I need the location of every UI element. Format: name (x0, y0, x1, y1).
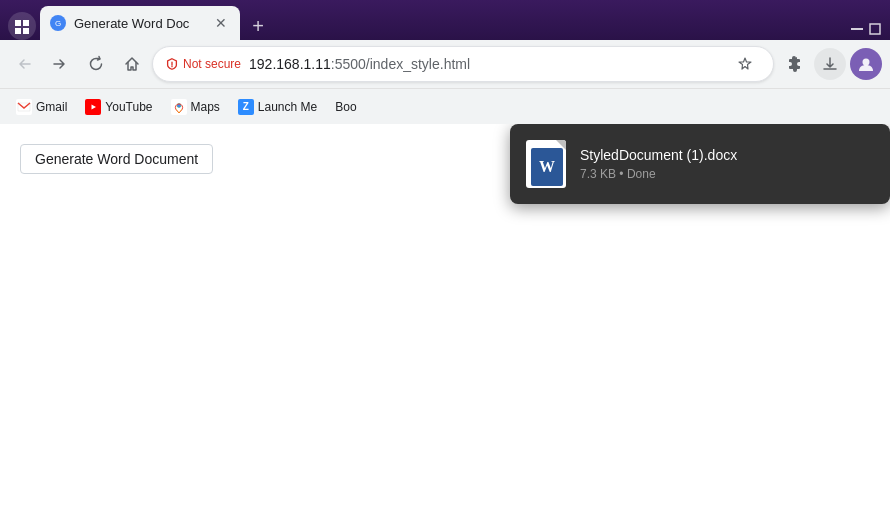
bookmark-maps[interactable]: Maps (163, 95, 228, 119)
tab-title: Generate Word Doc (74, 16, 204, 31)
page-content: Generate Word Document W StyledDocument … (0, 124, 890, 525)
downloads-button[interactable] (814, 48, 846, 80)
back-button[interactable] (8, 48, 40, 80)
gmail-favicon (16, 99, 32, 115)
home-button[interactable] (116, 48, 148, 80)
bookmark-zoom[interactable]: Z Launch Me (230, 95, 325, 119)
download-info: StyledDocument (1).docx 7.3 KB • Done (580, 147, 874, 181)
youtube-favicon (85, 99, 101, 115)
active-tab[interactable]: G Generate Word Doc ✕ (40, 6, 240, 40)
maps-favicon (171, 99, 187, 115)
restore-button[interactable] (868, 22, 882, 36)
bookmarks-bar: Gmail YouTube Maps Z (0, 88, 890, 124)
toolbar: Not secure 192.168.1.11:5500/index_style… (0, 40, 890, 88)
address-path: :5500/index_style.html (331, 56, 470, 72)
profile-button[interactable] (850, 48, 882, 80)
security-label: Not secure (183, 57, 241, 71)
youtube-label: YouTube (105, 100, 152, 114)
bookmark-boot[interactable]: Boo (327, 96, 364, 118)
generate-word-doc-button[interactable]: Generate Word Document (20, 144, 213, 174)
svg-text:G: G (55, 19, 61, 28)
extensions-button[interactable] (778, 48, 810, 80)
zoom-favicon: Z (238, 99, 254, 115)
gmail-label: Gmail (36, 100, 67, 114)
download-status: 7.3 KB • Done (580, 167, 874, 181)
window-controls (850, 22, 882, 36)
address-domain: 192.168.1.11 (249, 56, 331, 72)
bookmark-gmail[interactable]: Gmail (8, 95, 75, 119)
address-bar[interactable]: Not secure 192.168.1.11:5500/index_style… (152, 46, 774, 82)
tab-switcher-button[interactable] (8, 12, 36, 40)
svg-point-5 (863, 59, 870, 66)
svg-rect-3 (870, 24, 880, 34)
svg-rect-2 (851, 28, 863, 30)
tab-close-button[interactable]: ✕ (212, 14, 230, 32)
bookmark-youtube[interactable]: YouTube (77, 95, 160, 119)
word-icon: W (531, 148, 563, 186)
maps-label: Maps (191, 100, 220, 114)
new-tab-button[interactable]: + (244, 12, 272, 40)
reload-button[interactable] (80, 48, 112, 80)
bookmark-star-button[interactable] (729, 48, 761, 80)
tab-favicon: G (50, 15, 66, 31)
browser-window: G Generate Word Doc ✕ + (0, 0, 890, 525)
download-filename: StyledDocument (1).docx (580, 147, 874, 163)
zoom-label: Launch Me (258, 100, 317, 114)
forward-button[interactable] (44, 48, 76, 80)
security-indicator: Not secure (165, 57, 241, 71)
word-letter: W (539, 158, 555, 176)
address-text: 192.168.1.11:5500/index_style.html (249, 56, 721, 72)
tab-bar: G Generate Word Doc ✕ + (0, 0, 890, 40)
minimize-button[interactable] (850, 22, 864, 36)
download-file-icon: W (526, 140, 566, 188)
download-notification: W StyledDocument (1).docx 7.3 KB • Done (510, 124, 890, 204)
boot-label: Boo (335, 100, 356, 114)
